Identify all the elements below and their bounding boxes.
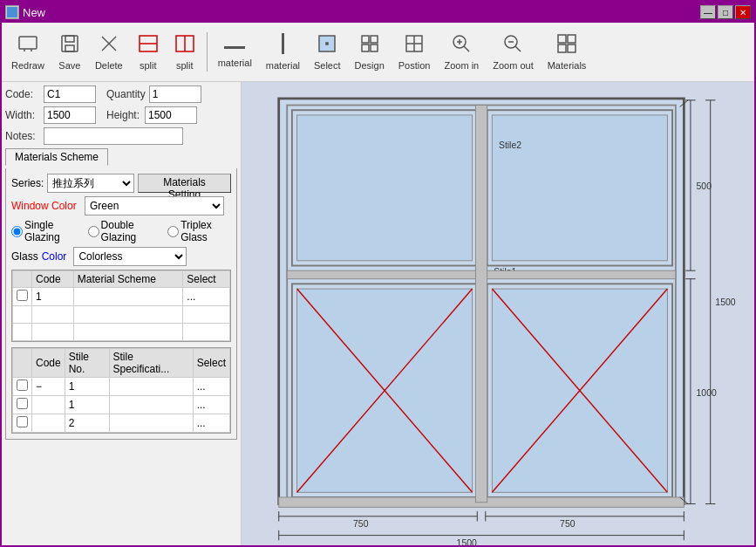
svg-rect-20: [362, 44, 369, 51]
position-button[interactable]: Postion: [392, 26, 437, 79]
svg-line-30: [515, 46, 521, 51]
zoom-out-button[interactable]: Zoom out: [487, 26, 539, 79]
table-row: 1 ...: [13, 288, 230, 306]
triplex-glazing-label: Triplex Glass: [180, 219, 231, 243]
table-row: [13, 306, 230, 324]
v-split-button[interactable]: split: [167, 26, 202, 79]
material1-label: material: [218, 58, 252, 68]
color-label: Color: [42, 250, 67, 263]
v-split-label: split: [176, 60, 194, 71]
svg-rect-3: [12, 12, 17, 17]
code-row: Code: Quantity: [5, 85, 237, 103]
window-color-select[interactable]: Green White Black: [85, 196, 224, 215]
close-button[interactable]: ✕: [735, 5, 751, 19]
glazing-row: Single Glazing Double Glazing Triplex Gl…: [11, 219, 231, 243]
v-split-icon: [174, 33, 195, 58]
svg-rect-15: [282, 33, 284, 54]
scheme-select-cell[interactable]: ...: [183, 288, 230, 306]
dimensions-row: Width: Height:: [5, 106, 237, 124]
scheme-code-cell: 1: [32, 288, 74, 306]
select-button[interactable]: Select: [308, 26, 347, 79]
stile-table-container: Code Stile No. Stile Specificati... Sele…: [11, 347, 231, 434]
svg-rect-42: [492, 115, 667, 261]
left-panel: Code: Quantity Width: Height: Notes: Mat…: [2, 82, 242, 545]
glass-color-row: Glass Color Colorless Blue Green: [11, 247, 231, 266]
delete-button[interactable]: Delete: [89, 26, 129, 79]
zoom-in-label: Zoom in: [444, 60, 479, 71]
code-label: Code:: [5, 88, 40, 100]
quantity-label: Quantity: [106, 88, 146, 100]
design-button[interactable]: Design: [349, 26, 391, 79]
save-button[interactable]: Save: [52, 26, 87, 79]
svg-rect-17: [326, 43, 328, 44]
svg-rect-34: [558, 44, 566, 52]
tab-materials-scheme[interactable]: Materials Scheme: [5, 148, 108, 166]
stile-no-header: Stile No.: [65, 349, 109, 378]
svg-rect-21: [371, 44, 378, 51]
scheme-table-container: Code Material Scheme Select 1 ...: [11, 270, 231, 342]
svg-rect-6: [65, 36, 74, 42]
h-split-icon: [138, 33, 159, 58]
materials-button[interactable]: Materials: [541, 26, 593, 79]
zoom-out-label: Zoom out: [493, 60, 533, 71]
double-glazing-option[interactable]: Double Glazing: [88, 219, 161, 243]
svg-rect-19: [371, 36, 378, 43]
svg-rect-18: [362, 36, 369, 43]
height-label: Height:: [106, 109, 141, 121]
width-label: Width:: [5, 109, 40, 121]
svg-text:1500: 1500: [457, 538, 477, 545]
zoom-in-button[interactable]: Zoom in: [438, 26, 485, 79]
window-color-row: Window Color Green White Black: [11, 196, 231, 215]
svg-rect-0: [7, 7, 12, 12]
stile-spec-header: Stile Specificati...: [109, 349, 193, 378]
svg-rect-35: [568, 44, 576, 52]
stile-table: Code Stile No. Stile Specificati... Sele…: [12, 348, 230, 433]
materials-icon: [556, 33, 577, 58]
minimize-button[interactable]: —: [700, 5, 716, 19]
window-title: New: [23, 6, 45, 19]
width-input[interactable]: [44, 106, 96, 124]
svg-rect-33: [568, 35, 576, 43]
zoom-out-icon: [502, 33, 523, 58]
h-split-button[interactable]: split: [131, 26, 166, 79]
window-controls: — □ ✕: [700, 5, 751, 19]
material1-button[interactable]: material: [212, 26, 258, 79]
table-row: 1 ...: [13, 396, 230, 414]
app-icon: [5, 5, 19, 19]
main-content: Code: Quantity Width: Height: Notes: Mat…: [2, 82, 754, 545]
scheme-table: Code Material Scheme Select 1 ...: [12, 270, 230, 341]
toolbar-separator-1: [207, 32, 208, 72]
height-input[interactable]: [145, 106, 197, 124]
svg-text:1500: 1500: [715, 297, 735, 307]
select-label: Select: [314, 60, 341, 71]
quantity-input[interactable]: [149, 85, 201, 103]
redraw-button[interactable]: Redraw: [5, 26, 51, 79]
svg-rect-2: [7, 12, 12, 17]
series-select[interactable]: 推拉系列 平开系列: [47, 174, 134, 193]
svg-line-26: [464, 46, 469, 51]
glass-color-select[interactable]: Colorless Blue Green: [73, 247, 187, 266]
svg-rect-55: [475, 106, 487, 503]
material2-label: material: [266, 60, 300, 71]
single-glazing-label: Single Glazing: [24, 219, 81, 243]
svg-text:Stile2: Stile2: [499, 140, 521, 150]
table-row: 2 ...: [13, 414, 230, 433]
material1-icon: [224, 36, 245, 56]
drawing-canvas: Stile1 Stile2: [242, 82, 754, 545]
save-icon: [59, 33, 80, 58]
redraw-icon: [17, 33, 38, 58]
materials-setting-button[interactable]: Materials Setting: [138, 174, 231, 193]
series-label: Series:: [11, 177, 44, 189]
design-icon: [359, 33, 380, 58]
svg-rect-7: [65, 45, 74, 51]
position-icon: [404, 33, 425, 58]
triplex-glazing-option[interactable]: Triplex Glass: [167, 219, 231, 243]
single-glazing-option[interactable]: Single Glazing: [11, 219, 81, 243]
material2-button[interactable]: material: [260, 26, 306, 79]
maximize-button[interactable]: □: [718, 5, 733, 19]
position-label: Postion: [398, 60, 431, 71]
code-input[interactable]: [44, 85, 96, 103]
notes-input[interactable]: [44, 127, 183, 145]
select-icon: [317, 33, 337, 58]
redraw-label: Redraw: [11, 60, 44, 71]
